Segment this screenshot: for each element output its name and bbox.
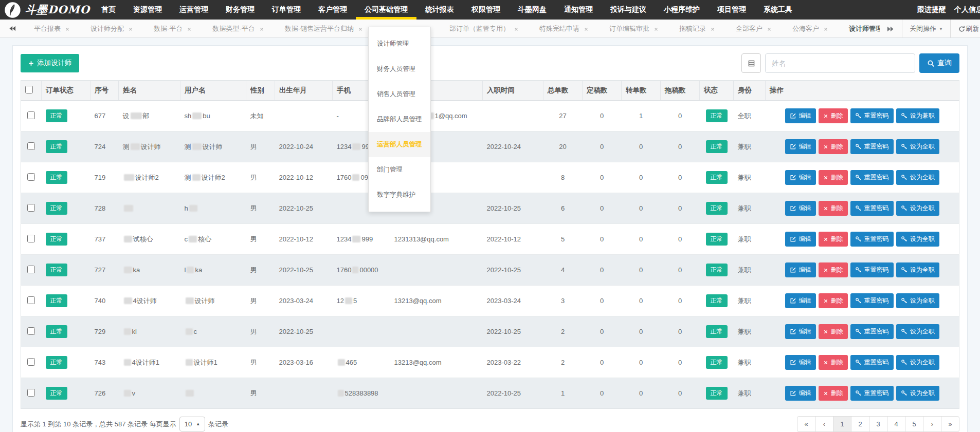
delete-button[interactable]: 删除 <box>819 324 848 339</box>
nav-right-item-2[interactable]: 个人信息 <box>950 0 980 20</box>
nav-item-1[interactable]: 首页 <box>93 0 124 20</box>
dropdown-item-2[interactable]: 财务人员管理 <box>369 57 430 82</box>
row-checkbox[interactable] <box>27 111 35 119</box>
nav-item-13[interactable]: 小程序维护 <box>655 0 709 20</box>
delete-button[interactable]: 删除 <box>819 139 848 154</box>
name-search-input[interactable] <box>765 53 915 73</box>
search-button[interactable]: 查询 <box>919 53 959 73</box>
page-button-5[interactable]: 3 <box>869 416 887 432</box>
toggle-role-button[interactable]: 设为全职 <box>896 170 939 185</box>
page-button-6[interactable]: 4 <box>887 416 905 432</box>
dropdown-item-3[interactable]: 销售人员管理 <box>369 82 430 107</box>
tabs-scroll-left-button[interactable] <box>0 20 24 37</box>
toggle-role-button[interactable]: 设为全职 <box>896 293 939 308</box>
edit-button[interactable]: 编辑 <box>785 386 816 401</box>
edit-button[interactable]: 编辑 <box>785 201 816 216</box>
nav-item-4[interactable]: 财务管理 <box>217 0 263 20</box>
tab-close-icon[interactable] <box>823 25 828 32</box>
delete-button[interactable]: 删除 <box>819 386 848 401</box>
page-size-select[interactable]: 10 ▲ <box>179 417 205 431</box>
nav-item-5[interactable]: 订单管理 <box>263 0 310 20</box>
nav-item-8[interactable]: 统计报表 <box>416 0 463 20</box>
delete-button[interactable]: 删除 <box>819 170 848 185</box>
page-button-9[interactable]: » <box>941 416 959 432</box>
delete-button[interactable]: 删除 <box>819 262 848 277</box>
reset-password-button[interactable]: 重置密码 <box>850 232 894 247</box>
row-checkbox[interactable] <box>27 173 35 181</box>
tab-10[interactable]: 全部客户 <box>725 20 782 37</box>
toggle-role-button[interactable]: 设为全职 <box>896 139 939 154</box>
page-button-8[interactable]: › <box>923 416 941 432</box>
edit-button[interactable]: 编辑 <box>785 324 816 339</box>
reset-password-button[interactable]: 重置密码 <box>850 201 894 216</box>
nav-right-item-1[interactable]: 跟进提醒 <box>913 0 950 20</box>
close-actions-menu[interactable]: 关闭操作 ▼ <box>902 20 950 38</box>
refresh-button[interactable]: 刷新 <box>950 20 980 38</box>
delete-button[interactable]: 删除 <box>819 293 848 308</box>
columns-toggle-button[interactable] <box>741 53 761 73</box>
tab-close-icon[interactable] <box>259 25 264 32</box>
reset-password-button[interactable]: 重置密码 <box>850 355 894 370</box>
tab-2[interactable]: 设计师分配 <box>80 20 143 37</box>
tab-11[interactable]: 公海客户 <box>782 20 839 37</box>
row-checkbox[interactable] <box>27 296 35 304</box>
tab-close-icon[interactable] <box>710 25 715 32</box>
nav-item-2[interactable]: 资源管理 <box>124 0 171 20</box>
delete-button[interactable]: 删除 <box>819 355 848 370</box>
toggle-role-button[interactable]: 设为兼职 <box>896 108 939 123</box>
row-checkbox[interactable] <box>27 204 35 212</box>
reset-password-button[interactable]: 重置密码 <box>850 262 894 277</box>
delete-button[interactable]: 删除 <box>819 201 848 216</box>
reset-password-button[interactable]: 重置密码 <box>850 386 894 401</box>
reset-password-button[interactable]: 重置密码 <box>850 293 894 308</box>
page-button-4[interactable]: 2 <box>851 416 869 432</box>
row-checkbox[interactable] <box>27 389 35 397</box>
page-button-3[interactable]: 1 <box>833 416 851 432</box>
row-checkbox[interactable] <box>27 235 35 242</box>
dropdown-item-4[interactable]: 品牌部人员管理 <box>369 107 430 132</box>
edit-button[interactable]: 编辑 <box>785 293 816 308</box>
tab-3[interactable]: 数据-平台 <box>143 20 202 37</box>
edit-button[interactable]: 编辑 <box>785 262 816 277</box>
page-button-7[interactable]: 5 <box>905 416 923 432</box>
nav-item-9[interactable]: 权限管理 <box>463 0 509 20</box>
tab-close-icon[interactable] <box>584 25 589 32</box>
add-designer-button[interactable]: 添加设计师 <box>21 54 79 72</box>
tab-close-icon[interactable] <box>767 25 772 32</box>
nav-item-3[interactable]: 运营管理 <box>171 0 217 20</box>
dropdown-item-5[interactable]: 运营部人员管理 <box>369 132 430 157</box>
tab-1[interactable]: 平台报表 <box>24 20 80 37</box>
tab-7[interactable]: 特殊完结申请 <box>529 20 599 37</box>
toggle-role-button[interactable]: 设为全职 <box>896 262 939 277</box>
dropdown-item-6[interactable]: 部门管理 <box>369 157 430 182</box>
edit-button[interactable]: 编辑 <box>785 232 816 247</box>
reset-password-button[interactable]: 重置密码 <box>850 108 894 123</box>
edit-button[interactable]: 编辑 <box>785 139 816 154</box>
tab-close-icon[interactable] <box>514 25 519 32</box>
toggle-role-button[interactable]: 设为全职 <box>896 232 939 247</box>
tab-8[interactable]: 订单编辑审批 <box>599 20 669 37</box>
dropdown-item-1[interactable]: 设计师管理 <box>369 31 430 57</box>
select-all-checkbox[interactable] <box>25 86 33 93</box>
tab-6[interactable]: 部订单（监管专用） <box>439 20 529 37</box>
toggle-role-button[interactable]: 设为全职 <box>896 201 939 216</box>
page-button-2[interactable]: ‹ <box>815 416 833 432</box>
tab-close-icon[interactable] <box>654 25 659 32</box>
row-checkbox[interactable] <box>27 327 35 335</box>
tab-5[interactable]: 数据-销售运营平台归纳 <box>275 20 373 37</box>
toggle-role-button[interactable]: 设为全职 <box>896 324 939 339</box>
nav-item-12[interactable]: 投诉与建议 <box>602 0 655 20</box>
nav-item-10[interactable]: 斗墨网盘 <box>509 0 555 20</box>
tab-close-icon[interactable] <box>358 25 363 32</box>
reset-password-button[interactable]: 重置密码 <box>850 170 894 185</box>
delete-button[interactable]: 删除 <box>819 108 848 123</box>
nav-item-14[interactable]: 项目管理 <box>709 0 755 20</box>
delete-button[interactable]: 删除 <box>819 232 848 247</box>
reset-password-button[interactable]: 重置密码 <box>850 139 894 154</box>
row-checkbox[interactable] <box>27 142 35 150</box>
edit-button[interactable]: 编辑 <box>785 170 816 185</box>
row-checkbox[interactable] <box>27 266 35 273</box>
edit-button[interactable]: 编辑 <box>785 108 816 123</box>
nav-item-11[interactable]: 通知管理 <box>555 0 602 20</box>
reset-password-button[interactable]: 重置密码 <box>850 324 894 339</box>
